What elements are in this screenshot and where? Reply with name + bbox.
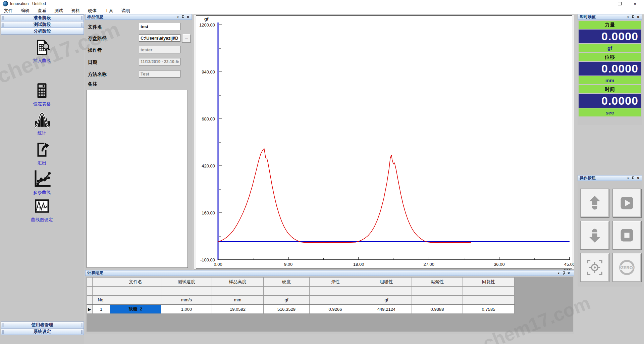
pin-icon[interactable]: [561, 271, 566, 276]
method-name-input: [139, 70, 180, 78]
unit-chewiness: gf: [361, 296, 412, 305]
svg-text:18.00: 18.00: [353, 262, 364, 267]
col-springiness[interactable]: 弹性: [310, 278, 361, 287]
panel-title: 操作按钮: [580, 175, 596, 181]
tool-set-table[interactable]: 设定表格: [0, 82, 84, 107]
date-input: [139, 58, 180, 65]
sidebar-tab-prepare[interactable]: 准备阶段: [1, 14, 84, 21]
springiness-cell[interactable]: 0.9266: [310, 305, 361, 314]
sample-info-header: 样品信息 ▼ ×: [85, 14, 192, 20]
method-name-label: 方法名称: [88, 71, 107, 78]
tool-curve-settings[interactable]: 曲线图设定: [0, 197, 84, 223]
col-cohesiveness[interactable]: 黏聚性: [412, 278, 463, 287]
dropdown-icon[interactable]: ▼: [626, 176, 631, 181]
filename-label: 文件名: [88, 24, 102, 30]
sidebar-tab-test[interactable]: 测试阶段: [1, 21, 84, 28]
col-test-speed[interactable]: 测试速度: [161, 278, 212, 287]
menu-help[interactable]: 说明: [117, 7, 134, 14]
zero-label: ZERO: [621, 265, 633, 270]
force-label: 力量: [579, 21, 641, 29]
time-value: 0.0000: [579, 94, 641, 108]
dropdown-icon[interactable]: ▼: [175, 15, 180, 19]
menu-hardware[interactable]: 硬体: [84, 7, 101, 14]
stop-button[interactable]: [612, 221, 641, 250]
resilience-cell[interactable]: 0.7585: [463, 305, 515, 314]
menu-edit[interactable]: 编辑: [17, 7, 34, 14]
cohesiveness-cell[interactable]: 0.9388: [412, 305, 463, 314]
menu-file[interactable]: 文件: [0, 7, 17, 14]
menu-test[interactable]: 测试: [50, 7, 67, 14]
results-panel: 计算结果 ▼ × 文件名 测试速度 样品高度 硬度 弹性 咀嚼性 黏聚性: [85, 270, 574, 334]
no-header-cell: [93, 278, 110, 287]
row-indicator: ▶: [87, 305, 93, 314]
hardness-cell[interactable]: 516.3529: [264, 305, 310, 314]
move-down-button[interactable]: [580, 221, 609, 250]
menu-tools[interactable]: 工具: [101, 7, 117, 14]
origin-button[interactable]: [580, 253, 609, 282]
svg-text:27.00: 27.00: [424, 262, 435, 267]
tool-insert-curve[interactable]: 插入曲线: [0, 38, 84, 64]
svg-text:9.00: 9.00: [284, 262, 292, 267]
col-filename[interactable]: 文件名: [110, 278, 161, 287]
pin-icon[interactable]: [631, 15, 636, 19]
corner-cell: [87, 278, 93, 287]
col-hardness[interactable]: 硬度: [264, 278, 310, 287]
down-arrow-icon: [586, 227, 603, 244]
test-speed-cell[interactable]: 1.000: [161, 305, 212, 314]
stop-icon: [618, 227, 636, 244]
close-icon[interactable]: ×: [566, 271, 571, 276]
col-chewiness[interactable]: 咀嚼性: [361, 278, 412, 287]
chewiness-cell[interactable]: 449.2124: [361, 305, 412, 314]
tool-label: 多条曲线: [0, 190, 84, 196]
browse-button[interactable]: ...: [182, 34, 191, 43]
move-up-button[interactable]: [580, 189, 609, 217]
zero-icon: ZERO: [618, 258, 636, 277]
minimize-button[interactable]: [596, 0, 612, 7]
results-table-zone: 文件名 测试速度 样品高度 硬度 弹性 咀嚼性 黏聚性 回复性 No. mm/s: [87, 277, 573, 332]
zero-button[interactable]: ZERO: [612, 253, 641, 282]
sidebar-tab-system-settings[interactable]: 系统设定: [1, 328, 84, 335]
tool-statistics[interactable]: 统计: [0, 111, 84, 136]
statistics-icon: [33, 111, 51, 129]
sidebar-tab-user-management[interactable]: 使用者管理: [1, 322, 84, 328]
menu-data[interactable]: 资料: [67, 7, 84, 14]
svg-text:0.00: 0.00: [214, 262, 222, 267]
sidebar: 准备阶段 测试阶段 分析阶段 插入曲线: [0, 14, 84, 344]
filename-cell[interactable]: 软糖_2: [110, 305, 161, 314]
tool-label: 统计: [0, 130, 84, 136]
notes-textarea[interactable]: [87, 90, 188, 268]
operator-input: [139, 46, 180, 53]
tool-export[interactable]: 汇出: [0, 141, 84, 166]
pin-icon[interactable]: [180, 15, 185, 19]
row-number-cell[interactable]: 1: [93, 305, 110, 314]
tool-multi-curve[interactable]: 多条曲线: [0, 169, 84, 196]
target-icon: [585, 258, 604, 277]
dropdown-icon[interactable]: ▼: [626, 15, 631, 19]
close-button[interactable]: ×: [627, 0, 643, 7]
sample-height-cell[interactable]: 19.0582: [212, 305, 264, 314]
close-icon[interactable]: ×: [636, 15, 641, 19]
filename-input[interactable]: [139, 23, 180, 30]
sample-info-panel: 样品信息 ▼ × 文件名 存盘路径 ... 操作者 日期 方法名称 备注: [85, 14, 192, 270]
tab-label: 测试阶段: [34, 21, 51, 28]
col-sample-height[interactable]: 样品高度: [212, 278, 264, 287]
menu-view[interactable]: 查看: [34, 7, 50, 14]
sidebar-tab-analysis[interactable]: 分析阶段: [1, 28, 84, 35]
maximize-button[interactable]: [612, 0, 627, 7]
svg-text:36.00: 36.00: [494, 262, 505, 267]
dropdown-icon[interactable]: ▼: [556, 271, 561, 276]
result-row: ▶ 1 软糖_2 1.000 19.0582 516.3529 0.9266 4…: [87, 305, 515, 314]
save-path-input[interactable]: [139, 34, 180, 42]
date-label: 日期: [88, 59, 97, 65]
controls-header: 操作按钮 ▼ ×: [578, 175, 642, 181]
tool-label: 设定表格: [0, 101, 84, 107]
insert-curve-icon: [33, 38, 51, 56]
run-button[interactable]: [612, 189, 641, 217]
menu-bar: 文件 编辑 查看 测试 资料 硬体 工具 说明: [0, 7, 644, 14]
close-icon[interactable]: ×: [185, 15, 191, 19]
unit-sample-height: mm: [212, 296, 264, 305]
svg-text:420.00: 420.00: [202, 163, 215, 168]
close-icon[interactable]: ×: [636, 176, 641, 181]
col-resilience[interactable]: 回复性: [463, 278, 515, 287]
pin-icon[interactable]: [631, 176, 636, 181]
